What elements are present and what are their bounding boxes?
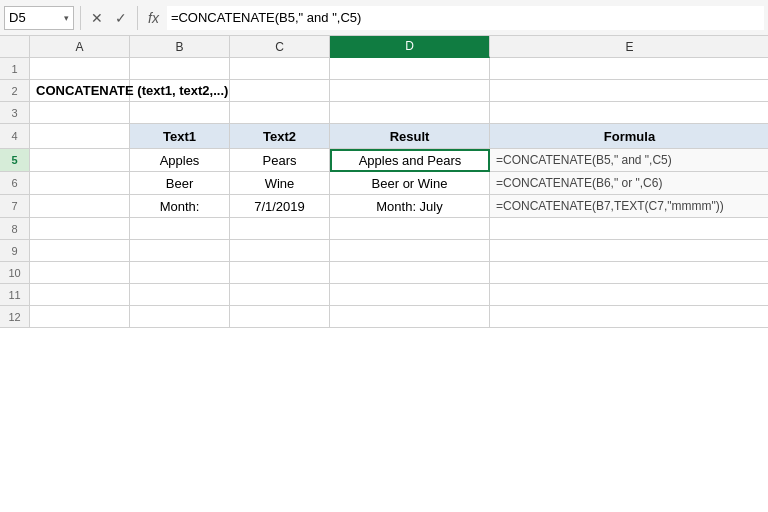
table-row: 1 xyxy=(0,58,768,80)
cell-d6[interactable]: Beer or Wine xyxy=(330,172,490,195)
cell-e12[interactable] xyxy=(490,306,768,328)
cell-d3[interactable] xyxy=(330,102,490,124)
cell-e3[interactable] xyxy=(490,102,768,124)
cell-d10[interactable] xyxy=(330,262,490,284)
cell-c9[interactable] xyxy=(230,240,330,262)
col-header-a[interactable]: A xyxy=(30,36,130,58)
col-header-e[interactable]: E xyxy=(490,36,768,58)
row-num-7: 7 xyxy=(0,195,30,218)
row-num-header xyxy=(0,36,30,58)
cell-b1[interactable] xyxy=(130,58,230,80)
cell-c3[interactable] xyxy=(230,102,330,124)
cell-reference-box[interactable]: D5 ▾ xyxy=(4,6,74,30)
cell-e6[interactable]: =CONCATENATE(B6," or ",C6) xyxy=(490,172,768,195)
row-num-10: 10 xyxy=(0,262,30,284)
cell-e2[interactable] xyxy=(490,80,768,102)
cell-c11[interactable] xyxy=(230,284,330,306)
cell-a10[interactable] xyxy=(30,262,130,284)
table-row: 10 xyxy=(0,262,768,284)
cell-b4[interactable]: Text1 xyxy=(130,124,230,149)
cell-e11[interactable] xyxy=(490,284,768,306)
table-row: 5 Apples Pears Apples and Pears =CONCATE… xyxy=(0,149,768,172)
cell-a11[interactable] xyxy=(30,284,130,306)
row-num-6: 6 xyxy=(0,172,30,195)
cell-b2[interactable] xyxy=(130,80,230,102)
cell-b3[interactable] xyxy=(130,102,230,124)
fx-icon: fx xyxy=(148,10,159,26)
cell-e4[interactable]: Formula xyxy=(490,124,768,149)
formula-input[interactable] xyxy=(167,6,764,30)
cell-c4[interactable]: Text2 xyxy=(230,124,330,149)
cell-d4[interactable]: Result xyxy=(330,124,490,149)
cell-a8[interactable] xyxy=(30,218,130,240)
col-header-b[interactable]: B xyxy=(130,36,230,58)
cell-ref-label: D5 xyxy=(9,10,26,25)
cell-c5[interactable]: Pears xyxy=(230,149,330,172)
cell-d12[interactable] xyxy=(330,306,490,328)
col-header-c[interactable]: C xyxy=(230,36,330,58)
cell-b9[interactable] xyxy=(130,240,230,262)
column-headers: A B C D E xyxy=(0,36,768,58)
cell-d11[interactable] xyxy=(330,284,490,306)
cell-a7[interactable] xyxy=(30,195,130,218)
cell-c12[interactable] xyxy=(230,306,330,328)
cell-a3[interactable] xyxy=(30,102,130,124)
cell-d7[interactable]: Month: July xyxy=(330,195,490,218)
table-row: 2 CONCATENATE (text1, text2,...) xyxy=(0,80,768,102)
cell-d9[interactable] xyxy=(330,240,490,262)
cell-b12[interactable] xyxy=(130,306,230,328)
cell-a5[interactable] xyxy=(30,149,130,172)
cell-e9[interactable] xyxy=(490,240,768,262)
formula-bar-icons: ✕ ✓ xyxy=(87,8,131,28)
cell-a9[interactable] xyxy=(30,240,130,262)
table-row: 3 xyxy=(0,102,768,124)
cell-e8[interactable] xyxy=(490,218,768,240)
row-num-3: 3 xyxy=(0,102,30,124)
formula-bar: D5 ▾ ✕ ✓ fx xyxy=(0,0,768,36)
cancel-icon[interactable]: ✕ xyxy=(87,8,107,28)
cell-a4[interactable] xyxy=(30,124,130,149)
cell-b11[interactable] xyxy=(130,284,230,306)
cell-c8[interactable] xyxy=(230,218,330,240)
cell-e10[interactable] xyxy=(490,262,768,284)
row-num-4: 4 xyxy=(0,124,30,149)
cell-e7[interactable]: =CONCATENATE(B7,TEXT(C7,"mmmm")) xyxy=(490,195,768,218)
row-num-12: 12 xyxy=(0,306,30,328)
cell-d1[interactable] xyxy=(330,58,490,80)
cell-b10[interactable] xyxy=(130,262,230,284)
cell-c7[interactable]: 7/1/2019 xyxy=(230,195,330,218)
cell-b6[interactable]: Beer xyxy=(130,172,230,195)
cell-e1[interactable] xyxy=(490,58,768,80)
spreadsheet: A B C D E 1 2 CONCATENATE (text1, text2,… xyxy=(0,36,768,512)
table-row: 7 Month: 7/1/2019 Month: July =CONCATENA… xyxy=(0,195,768,218)
cell-ref-dropdown-icon[interactable]: ▾ xyxy=(64,13,69,23)
cell-b5[interactable]: Apples xyxy=(130,149,230,172)
cell-a12[interactable] xyxy=(30,306,130,328)
cell-c2[interactable] xyxy=(230,80,330,102)
cell-e5[interactable]: =CONCATENATE(B5," and ",C5) xyxy=(490,149,768,172)
cell-b7[interactable]: Month: xyxy=(130,195,230,218)
cell-a2[interactable]: CONCATENATE (text1, text2,...) xyxy=(30,80,130,102)
row-num-9: 9 xyxy=(0,240,30,262)
cell-c10[interactable] xyxy=(230,262,330,284)
cell-c1[interactable] xyxy=(230,58,330,80)
table-row: 8 xyxy=(0,218,768,240)
cell-a1[interactable] xyxy=(30,58,130,80)
formula-bar-divider2 xyxy=(137,6,138,30)
formula-bar-divider xyxy=(80,6,81,30)
grid-body: 1 2 CONCATENATE (text1, text2,...) 3 xyxy=(0,58,768,512)
row-num-1: 1 xyxy=(0,58,30,80)
cell-c6[interactable]: Wine xyxy=(230,172,330,195)
cell-d5[interactable]: Apples and Pears xyxy=(330,149,490,172)
table-row: 11 xyxy=(0,284,768,306)
table-row: 6 Beer Wine Beer or Wine =CONCATENATE(B6… xyxy=(0,172,768,195)
cell-d2[interactable] xyxy=(330,80,490,102)
cell-a6[interactable] xyxy=(30,172,130,195)
col-header-d[interactable]: D xyxy=(330,36,490,58)
table-row: 9 xyxy=(0,240,768,262)
row-num-11: 11 xyxy=(0,284,30,306)
cell-d8[interactable] xyxy=(330,218,490,240)
row-num-8: 8 xyxy=(0,218,30,240)
cell-b8[interactable] xyxy=(130,218,230,240)
confirm-icon[interactable]: ✓ xyxy=(111,8,131,28)
